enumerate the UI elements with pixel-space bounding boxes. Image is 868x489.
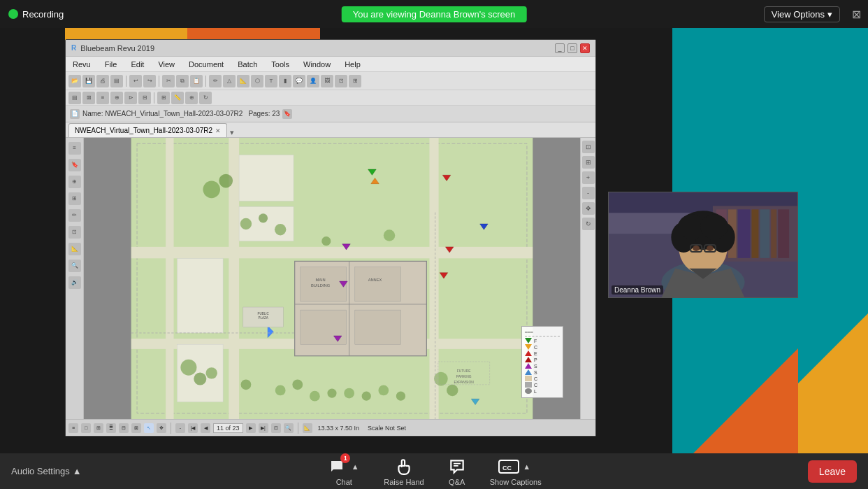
menu-tools[interactable]: Tools bbox=[268, 59, 292, 70]
menu-document[interactable]: Document bbox=[186, 59, 226, 70]
view-options-button[interactable]: View Options ▾ bbox=[764, 6, 840, 22]
panel-icon[interactable]: ▤ bbox=[68, 92, 81, 104]
menu-help[interactable]: Help bbox=[342, 59, 363, 70]
svg-point-27 bbox=[321, 236, 331, 246]
pan-icon[interactable]: ✥ bbox=[582, 202, 595, 215]
qa-icon[interactable] bbox=[447, 456, 468, 477]
copy-icon[interactable]: ⧉ bbox=[176, 75, 189, 87]
nav-icon[interactable]: ⊳ bbox=[124, 92, 137, 104]
paste-icon[interactable]: 📋 bbox=[190, 75, 203, 87]
thumbnail-icon[interactable]: ⊠ bbox=[82, 92, 95, 104]
close-button[interactable]: ✕ bbox=[580, 43, 590, 53]
pdf-icon[interactable]: ▤ bbox=[110, 75, 123, 87]
audio-settings[interactable]: Audio Settings ▲ bbox=[11, 466, 82, 476]
fit-page-icon[interactable]: ⊡ bbox=[582, 141, 595, 153]
doc-icon[interactable]: 📄 bbox=[70, 109, 80, 119]
revu-body: ≡ 🔖 ⊕ ⊞ ✏ ⊡ 📐 🔍 🔊 bbox=[66, 138, 595, 419]
snap-icon[interactable]: ⊕ bbox=[185, 92, 198, 104]
cut-icon[interactable]: ✂ bbox=[162, 75, 175, 87]
panel-bookmarks-icon[interactable]: 🔖 bbox=[68, 159, 81, 171]
stamp-icon[interactable]: ⬡ bbox=[251, 75, 263, 87]
status-pan-icon[interactable]: ✥ bbox=[157, 423, 166, 433]
fit-width-icon[interactable]: ⊞ bbox=[582, 156, 595, 169]
panel-search-icon[interactable]: 🔍 bbox=[68, 260, 81, 272]
chat-expand[interactable]: ▲ bbox=[349, 460, 361, 473]
status-one-page-icon[interactable]: □ bbox=[81, 423, 91, 433]
svg-point-81 bbox=[700, 214, 728, 239]
maximize-button[interactable]: □ bbox=[567, 43, 577, 53]
rotate-icon[interactable]: ↻ bbox=[199, 92, 212, 104]
measure-icon[interactable]: 📐 bbox=[237, 75, 249, 87]
markup-icon[interactable]: ✏ bbox=[209, 75, 222, 87]
panel-markups-icon[interactable]: ✏ bbox=[68, 209, 81, 222]
menu-file[interactable]: File bbox=[102, 59, 120, 70]
legend-color-5 bbox=[525, 363, 532, 369]
save-icon[interactable]: 💾 bbox=[82, 75, 95, 87]
ruler-icon-status[interactable]: 📐 bbox=[303, 423, 312, 433]
layers-icon[interactable]: ≡ bbox=[96, 92, 109, 104]
revu-window[interactable]: R Bluebeam Revu 2019 _ □ ✕ Revu File Edi… bbox=[65, 39, 596, 437]
highlight-icon[interactable]: ▮ bbox=[279, 75, 291, 87]
chat-icon[interactable]: 1 bbox=[326, 456, 347, 477]
shape-icon[interactable]: △ bbox=[223, 75, 236, 87]
audio-settings-expand-icon[interactable]: ▲ bbox=[73, 466, 82, 476]
minimize-button[interactable]: _ bbox=[555, 43, 565, 53]
zoom-in-icon[interactable]: + bbox=[582, 171, 595, 184]
next-page-icon[interactable]: ▶| bbox=[259, 423, 268, 433]
document-tab[interactable]: NWEACH_Virtual_Town_Hall-2023-03-07R2 ✕ bbox=[68, 123, 227, 137]
panel-properties-icon[interactable]: ⊞ bbox=[68, 192, 81, 205]
tab-close-icon[interactable]: ✕ bbox=[215, 127, 221, 134]
zoom-icon[interactable]: ⊕ bbox=[110, 92, 123, 104]
panel-measurements-icon[interactable]: 📐 bbox=[68, 243, 81, 255]
status-scroll-icon[interactable]: ≣ bbox=[106, 423, 116, 433]
open-icon[interactable]: 📂 bbox=[68, 75, 81, 87]
ruler-icon[interactable]: 📏 bbox=[171, 92, 184, 104]
zoom-minus-icon[interactable]: - bbox=[175, 423, 185, 433]
undo-icon[interactable]: ↩ bbox=[129, 75, 142, 87]
callout-icon[interactable]: 💬 bbox=[293, 75, 305, 87]
menu-view[interactable]: View bbox=[155, 59, 178, 70]
next-icon[interactable]: ▶ bbox=[246, 423, 256, 433]
crop-icon[interactable]: ⊡ bbox=[335, 75, 347, 87]
status-two-page-icon[interactable]: ⊞ bbox=[94, 423, 103, 433]
status-thumb-icon[interactable]: ⊟ bbox=[119, 423, 129, 433]
prev-icon[interactable]: ◀ bbox=[201, 423, 210, 433]
status-pages-icon[interactable]: ≡ bbox=[68, 423, 78, 433]
zoom-info-icon[interactable]: 🔍 bbox=[284, 423, 294, 433]
grid-icon[interactable]: ⊞ bbox=[157, 92, 170, 104]
print-icon[interactable]: 🖨 bbox=[96, 75, 109, 87]
leave-button[interactable]: Leave bbox=[808, 460, 857, 483]
legend-label-4: P bbox=[534, 357, 537, 362]
fit-icon[interactable]: ⊟ bbox=[138, 92, 151, 104]
panel-tool-chest-icon[interactable]: ⊡ bbox=[68, 226, 81, 239]
redo-icon[interactable]: ↪ bbox=[143, 75, 156, 87]
menu-revu[interactable]: Revu bbox=[70, 59, 94, 70]
image-icon[interactable]: 🖼 bbox=[321, 75, 333, 87]
captions-expand[interactable]: ▲ bbox=[521, 460, 533, 473]
panel-compare-icon[interactable]: 🔊 bbox=[68, 276, 81, 289]
raise-hand-icon[interactable] bbox=[393, 456, 414, 477]
menu-edit[interactable]: Edit bbox=[128, 59, 147, 70]
bookmark-icon[interactable]: 🔖 bbox=[282, 109, 292, 119]
fit-icon-status[interactable]: ⊡ bbox=[271, 423, 281, 433]
menu-window[interactable]: Window bbox=[301, 59, 333, 70]
panel-layers-icon[interactable]: ⊕ bbox=[68, 176, 81, 188]
status-split-icon[interactable]: ⊠ bbox=[131, 423, 141, 433]
panel-pages-icon[interactable]: ≡ bbox=[68, 142, 81, 155]
zoom-out-icon[interactable]: - bbox=[582, 187, 595, 199]
menu-batch[interactable]: Batch bbox=[235, 59, 260, 70]
rotate-cw-icon[interactable]: ↻ bbox=[582, 218, 595, 230]
page-indicator[interactable]: 11 of 23 bbox=[213, 423, 243, 433]
svg-text:PUBLIC: PUBLIC bbox=[257, 312, 269, 316]
user-icon[interactable]: 👤 bbox=[307, 75, 319, 87]
captions-icon[interactable]: CC bbox=[498, 456, 519, 477]
revu-canvas-area[interactable]: MAIN BUILDING ANNEX bbox=[84, 138, 580, 419]
prev-page-icon[interactable]: |◀ bbox=[188, 423, 198, 433]
text-icon[interactable]: T bbox=[265, 75, 277, 87]
svg-point-31 bbox=[206, 367, 217, 378]
status-select-icon[interactable]: ↖ bbox=[144, 423, 154, 433]
svg-rect-8 bbox=[239, 155, 294, 201]
minimize-icon[interactable]: ⊠ bbox=[852, 8, 861, 21]
tab-expand[interactable]: ▾ bbox=[230, 128, 234, 137]
compare-icon[interactable]: ⊞ bbox=[349, 75, 361, 87]
